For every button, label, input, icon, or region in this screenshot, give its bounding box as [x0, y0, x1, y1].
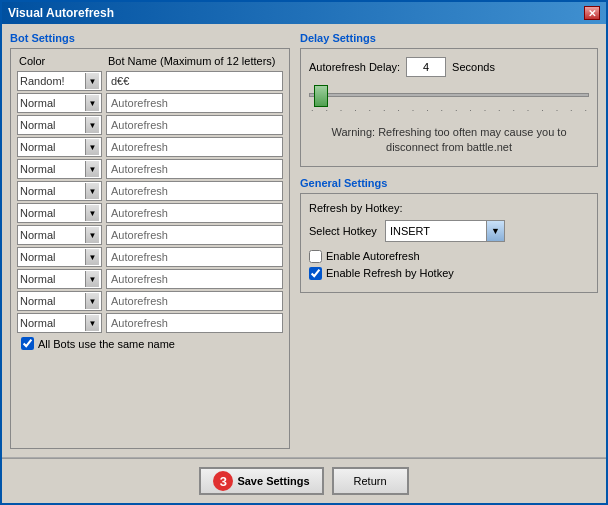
- window-title: Visual Autorefresh: [8, 6, 114, 20]
- tick-4: ·: [354, 105, 357, 115]
- color-select-text-5: Normal: [20, 185, 55, 197]
- dropdown-arrow-7: ▼: [85, 227, 99, 243]
- tick-15: ·: [512, 105, 515, 115]
- color-select-text-6: Normal: [20, 207, 55, 219]
- hotkey-value: INSERT: [386, 225, 434, 237]
- enable-autorefresh-label: Enable Autorefresh: [326, 250, 420, 262]
- bot-row-9: Normal ▼: [17, 269, 283, 289]
- col-headers: Color Bot Name (Maximum of 12 letters): [17, 55, 283, 67]
- hotkey-select[interactable]: INSERT ▼: [385, 220, 505, 242]
- left-panel: Bot Settings Color Bot Name (Maximum of …: [10, 32, 290, 449]
- tick-16: ·: [527, 105, 530, 115]
- slider-track[interactable]: [309, 85, 589, 105]
- right-panel: Delay Settings Autorefresh Delay: Second…: [300, 32, 598, 449]
- general-settings-title: General Settings: [300, 177, 598, 189]
- dropdown-arrow-11: ▼: [85, 315, 99, 331]
- color-select-text-0: Random!: [20, 75, 65, 87]
- slider-line: [309, 93, 589, 97]
- color-select-1[interactable]: Normal ▼: [17, 93, 102, 113]
- dropdown-arrow-2: ▼: [85, 117, 99, 133]
- footer: 3 Save Settings Return: [2, 458, 606, 503]
- delay-input[interactable]: [406, 57, 446, 77]
- color-select-2[interactable]: Normal ▼: [17, 115, 102, 135]
- col-header-name: Bot Name (Maximum of 12 letters): [108, 55, 283, 67]
- bot-row-5: Normal ▼: [17, 181, 283, 201]
- autorefresh-delay-label: Autorefresh Delay:: [309, 61, 400, 73]
- color-select-9[interactable]: Normal ▼: [17, 269, 102, 289]
- tick-5: ·: [369, 105, 372, 115]
- color-select-10[interactable]: Normal ▼: [17, 291, 102, 311]
- save-settings-button[interactable]: 3 Save Settings: [199, 467, 323, 495]
- dropdown-arrow-5: ▼: [85, 183, 99, 199]
- slider-ticks: · · · · · · · · · · · · ·: [309, 105, 589, 115]
- tick-12: ·: [469, 105, 472, 115]
- main-content: Bot Settings Color Bot Name (Maximum of …: [2, 24, 606, 457]
- dropdown-arrow-10: ▼: [85, 293, 99, 309]
- bot-row-0: Random! ▼: [17, 71, 283, 91]
- hotkey-row: Select Hotkey INSERT ▼: [309, 220, 589, 242]
- bot-settings-title: Bot Settings: [10, 32, 290, 44]
- color-select-text-7: Normal: [20, 229, 55, 241]
- slider-container: · · · · · · · · · · · · ·: [309, 85, 589, 115]
- color-select-text-9: Normal: [20, 273, 55, 285]
- delay-settings-title: Delay Settings: [300, 32, 598, 44]
- bot-row-6: Normal ▼: [17, 203, 283, 223]
- title-bar: Visual Autorefresh ✕: [2, 2, 606, 24]
- bot-name-input-10[interactable]: [106, 291, 283, 311]
- bot-name-input-0[interactable]: [106, 71, 283, 91]
- tick-8: ·: [412, 105, 415, 115]
- tick-17: ·: [541, 105, 544, 115]
- close-button[interactable]: ✕: [584, 6, 600, 20]
- color-select-7[interactable]: Normal ▼: [17, 225, 102, 245]
- enable-refresh-hotkey-row: Enable Refresh by Hotkey: [309, 267, 589, 280]
- color-select-text-1: Normal: [20, 97, 55, 109]
- title-bar-text: Visual Autorefresh: [8, 6, 114, 20]
- color-select-text-4: Normal: [20, 163, 55, 175]
- bot-name-input-3[interactable]: [106, 137, 283, 157]
- bot-name-input-2[interactable]: [106, 115, 283, 135]
- enable-autorefresh-checkbox[interactable]: [309, 250, 322, 263]
- col-header-color: Color: [19, 55, 104, 67]
- tick-10: ·: [441, 105, 444, 115]
- color-select-5[interactable]: Normal ▼: [17, 181, 102, 201]
- bot-name-input-7[interactable]: [106, 225, 283, 245]
- general-section: General Settings Refresh by Hotkey: Sele…: [300, 177, 598, 293]
- bot-row-1: Normal ▼: [17, 93, 283, 113]
- color-select-3[interactable]: Normal ▼: [17, 137, 102, 157]
- slider-thumb[interactable]: [314, 85, 328, 107]
- bot-name-input-4[interactable]: [106, 159, 283, 179]
- tick-3: ·: [340, 105, 343, 115]
- bot-row-11: Normal ▼: [17, 313, 283, 333]
- all-same-name-row: All Bots use the same name: [17, 337, 283, 350]
- delay-section: Delay Settings Autorefresh Delay: Second…: [300, 32, 598, 167]
- bot-name-input-6[interactable]: [106, 203, 283, 223]
- bot-row-3: Normal ▼: [17, 137, 283, 157]
- bot-name-input-9[interactable]: [106, 269, 283, 289]
- delay-settings-box: Autorefresh Delay: Seconds · ·: [300, 48, 598, 167]
- enable-refresh-hotkey-label: Enable Refresh by Hotkey: [326, 267, 454, 279]
- color-select-8[interactable]: Normal ▼: [17, 247, 102, 267]
- bot-name-input-1[interactable]: [106, 93, 283, 113]
- color-select-11[interactable]: Normal ▼: [17, 313, 102, 333]
- color-select-4[interactable]: Normal ▼: [17, 159, 102, 179]
- bot-name-input-5[interactable]: [106, 181, 283, 201]
- hotkey-dropdown-arrow: ▼: [486, 221, 504, 241]
- dropdown-arrow-0: ▼: [85, 73, 99, 89]
- enable-autorefresh-row: Enable Autorefresh: [309, 250, 589, 263]
- bot-row-7: Normal ▼: [17, 225, 283, 245]
- color-select-0[interactable]: Random! ▼: [17, 71, 102, 91]
- bot-name-input-8[interactable]: [106, 247, 283, 267]
- warning-text: Warning: Refreshing too often may cause …: [309, 123, 589, 158]
- dropdown-arrow-8: ▼: [85, 249, 99, 265]
- bot-name-input-11[interactable]: [106, 313, 283, 333]
- all-same-name-checkbox[interactable]: [21, 337, 34, 350]
- bot-row-2: Normal ▼: [17, 115, 283, 135]
- dropdown-arrow-4: ▼: [85, 161, 99, 177]
- color-select-6[interactable]: Normal ▼: [17, 203, 102, 223]
- bot-row-10: Normal ▼: [17, 291, 283, 311]
- enable-refresh-hotkey-checkbox[interactable]: [309, 267, 322, 280]
- save-settings-label: Save Settings: [237, 475, 309, 487]
- return-button[interactable]: Return: [332, 467, 409, 495]
- tick-7: ·: [397, 105, 400, 115]
- main-window: Visual Autorefresh ✕ Bot Settings Color …: [0, 0, 608, 505]
